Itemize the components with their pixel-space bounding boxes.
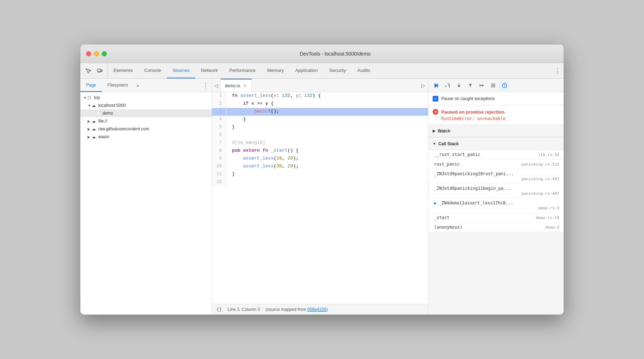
callstack-item-3[interactable]: _ZN3std9panicking11begin_pa... panicking… [428,184,564,198]
maximize-button[interactable] [102,51,107,56]
editor-tabs: ◁ demo.rs × ▷ [212,79,428,92]
debug-panel: ✓ Pause on caught exceptions ✕ Paused on… [428,79,564,314]
code-editor[interactable]: 1 fn assert_less(x: i32, y: i32) { 2 if … [212,92,428,304]
line-content [226,178,428,186]
callstack-arrow-icon: ▼ [433,142,436,146]
callstack-item-1[interactable]: rust_panic panicking.rs:522 [428,160,564,169]
tree-arrow: ▶ [88,119,92,123]
line-content: fn assert_less(x: i32, y: i32) { [226,92,428,100]
panel-menu-icon[interactable]: ⋮ [200,79,212,92]
code-line-12: 12 [212,178,428,186]
svg-rect-0 [97,69,101,72]
svg-marker-14 [482,84,484,87]
tab-sources[interactable]: Sources [167,63,195,78]
tab-filesystem[interactable]: Filesystem [102,79,133,92]
svg-marker-10 [458,85,460,87]
status-source-map: (source mapped from 006e4226) [265,307,328,312]
error-icon: ✕ [433,109,438,115]
checkbox-pause-exceptions[interactable]: ✓ [433,96,438,102]
line-number: 2 [212,100,226,108]
editor-run-icon[interactable]: ▷ [418,79,428,92]
line-number: 6 [212,131,226,139]
inspect-icon[interactable] [83,66,93,76]
tree-label: top [94,95,100,100]
tree-item-top[interactable]: ▼ ☐ top [80,94,212,102]
editor-tab-demo[interactable]: demo.rs × [221,79,252,92]
step-button[interactable] [477,80,487,90]
exceptions-label: Pause on caught exceptions [441,96,495,101]
current-frame-icon: ▶ [434,201,437,205]
tree-item-localhost[interactable]: ▼ ☁ localhost:5000 [80,102,212,109]
code-line-1: 1 fn assert_less(x: i32, y: i32) { [212,92,428,100]
tree-arrow: ▶ [88,127,92,131]
callstack-header[interactable]: ▼ Call Stack [428,138,564,150]
more-tabs-icon[interactable]: ⋮ [551,63,564,78]
callstack-loc: demo.rs:10 [536,215,559,220]
cloud-icon: ☁ [92,135,97,139]
code-line-7: 7 #[no_mangle] [212,139,428,147]
debug-content: ✓ Pause on caught exceptions ✕ Paused on… [428,92,564,314]
window-title: DevTools - localhost:5000/demo [112,51,558,57]
minimize-button[interactable] [94,51,99,56]
close-tab-icon[interactable]: × [242,83,247,88]
code-line-6: 6 [212,131,428,139]
callstack-item-0[interactable]: __rust_start_panic lib.rs:54 [428,150,564,160]
tree-label: demo [102,111,113,116]
tree-arrow: ▼ [88,104,92,108]
tree-label: localhost:5000 [98,103,126,108]
tree-item-raw-github[interactable]: ▶ ☁ raw.githubusercontent.com [80,125,212,133]
step-out-button[interactable] [465,80,475,90]
status-position: Line 3, Column 3 [228,307,260,312]
tab-audits[interactable]: Audits [352,63,376,78]
svg-rect-1 [101,70,102,72]
callstack-label: Call Stack [438,141,459,146]
callstack-item-5[interactable]: _start demo.rs:10 [428,213,564,223]
more-tabs-icon[interactable]: » [133,79,142,92]
step-over-button[interactable] [443,80,453,90]
tab-performance[interactable]: Performance [223,63,261,78]
tab-console[interactable]: Console [138,63,167,78]
pretty-print-icon[interactable]: {} [216,307,222,312]
tree-item-file[interactable]: ▶ ☁ file:// [80,117,212,125]
close-button[interactable] [86,51,91,56]
svg-point-21 [504,86,505,87]
cloud-icon: ☁ [92,103,97,108]
source-map-link[interactable]: 006e4226 [307,307,326,312]
deactivate-button[interactable] [488,80,498,90]
folder-icon: ☐ [88,95,93,100]
code-line-4: 4 } [212,116,428,124]
code-line-9: 9 assert_less(10, 20); [212,155,428,163]
callstack-item-6[interactable]: (anonymous) demo:3 [428,223,564,232]
tab-application[interactable]: Application [290,63,324,78]
line-number: 3 [212,108,226,116]
code-line-10: 10 assert_less(30, 20); [212,163,428,171]
device-icon[interactable] [95,66,105,76]
callstack-item-2[interactable]: _ZN3std9panicking20rust_pani... panickin… [428,169,564,184]
pause-exceptions-button[interactable] [500,80,510,90]
exceptions-row: ✓ Pause on caught exceptions [428,92,564,105]
pause-title-text: Paused on promise rejection [441,109,505,115]
tab-network[interactable]: Network [195,63,224,78]
line-number: 12 [212,178,226,186]
tab-security[interactable]: Security [323,63,352,78]
line-number: 7 [212,139,226,147]
line-number: 4 [212,116,226,124]
watch-header[interactable]: ▶ Watch [428,125,564,137]
callstack-item-4[interactable]: ▶ _ZN4demo11assert_less17hc8... demo.rs:… [428,198,564,213]
line-number: 5 [212,124,226,131]
file-tree: ▼ ☐ top ▼ ☁ localhost:5000 📄 de [80,92,212,314]
resume-button[interactable] [431,80,441,90]
editor-nav-back-icon[interactable]: ◁ [212,79,221,92]
tab-filename: demo.rs [225,83,240,88]
callstack-loc: lib.rs:54 [538,152,559,157]
tree-arrow: ▶ [88,135,92,139]
tree-item-demo[interactable]: 📄 demo [80,109,212,117]
line-content: assert_less(30, 20); [226,163,428,171]
tab-memory[interactable]: Memory [262,63,290,78]
step-into-button[interactable] [454,80,464,90]
line-content: } [226,116,428,124]
line-number: 1 [212,92,226,100]
tab-page[interactable]: Page [80,79,102,92]
tree-item-wasm[interactable]: ▶ ☁ wasm [80,133,212,141]
tab-elements[interactable]: Elements [108,63,138,78]
